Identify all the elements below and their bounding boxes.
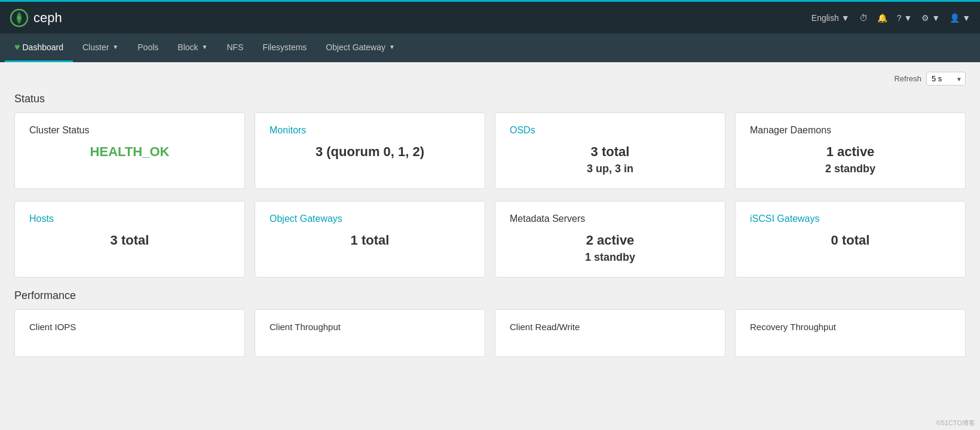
performance-section-title: Performance: [14, 289, 966, 302]
status-card-grid-row2: Hosts 3 total Object Gateways 1 total Me…: [14, 201, 966, 277]
card-recovery-throughput: Recovery Throughput: [735, 309, 966, 357]
card-title-osds[interactable]: OSDs: [510, 125, 710, 136]
block-caret-icon: ▼: [202, 44, 208, 50]
dashboard-icon: ♥: [14, 42, 20, 53]
card-client-iops: Client IOPS: [14, 309, 245, 357]
card-manager-daemons: Manager Daemons 1 active 2 standby: [735, 112, 966, 189]
card-value-metadata-active: 2 active: [510, 231, 710, 250]
language-caret: ▼: [841, 13, 850, 23]
status-section-title: Status: [14, 93, 966, 105]
card-title-client-read-write: Client Read/Write: [510, 322, 710, 332]
timer-icon-btn[interactable]: ⏱: [859, 13, 868, 23]
status-card-grid-row1: Cluster Status HEALTH_OK Monitors 3 (quo…: [14, 112, 966, 189]
menu-label-dashboard: Dashboard: [23, 42, 64, 52]
bell-icon-btn[interactable]: 🔔: [877, 13, 887, 23]
card-value-manager-standby: 2 standby: [750, 161, 951, 176]
card-value-cluster-status: HEALTH_OK: [29, 143, 230, 161]
card-value-monitors: 3 (quorum 0, 1, 2): [270, 143, 470, 161]
navbar: ceph English ▼ ⏱ 🔔 ? ▼ ⚙ ▼ 👤 ▼: [0, 0, 980, 33]
card-title-client-iops: Client IOPS: [29, 322, 230, 332]
card-title-monitors[interactable]: Monitors: [270, 125, 470, 136]
card-value-object-gateways: 1 total: [270, 231, 470, 250]
menubar: ♥ Dashboard Cluster ▼ Pools Block ▼ NFS …: [0, 33, 980, 62]
menu-item-block[interactable]: Block ▼: [168, 33, 217, 62]
card-osds: OSDs 3 total 3 up, 3 in: [495, 112, 725, 189]
card-value-metadata-standby: 1 standby: [510, 250, 710, 265]
menu-item-filesystems[interactable]: Filesystems: [253, 33, 316, 62]
user-icon-btn[interactable]: 👤 ▼: [950, 13, 970, 23]
menu-label-cluster: Cluster: [82, 42, 109, 52]
ceph-logo-icon: [10, 8, 29, 28]
settings-icon: ⚙: [921, 13, 929, 23]
card-hosts: Hosts 3 total: [14, 201, 245, 277]
performance-card-grid: Client IOPS Client Throughput Client Rea…: [14, 309, 966, 357]
card-cluster-status: Cluster Status HEALTH_OK: [14, 112, 245, 189]
card-title-hosts[interactable]: Hosts: [29, 214, 230, 224]
settings-icon-btn[interactable]: ⚙ ▼: [921, 13, 940, 23]
card-monitors: Monitors 3 (quorum 0, 1, 2): [255, 112, 485, 189]
navbar-left: ceph: [10, 8, 62, 28]
card-title-iscsi-gateways[interactable]: iSCSI Gateways: [750, 214, 951, 224]
bell-icon: 🔔: [877, 13, 887, 23]
help-icon: ?: [897, 13, 902, 23]
card-client-read-write: Client Read/Write: [495, 309, 725, 357]
language-selector[interactable]: English ▼: [811, 13, 850, 23]
navbar-right: English ▼ ⏱ 🔔 ? ▼ ⚙ ▼ 👤 ▼: [811, 13, 970, 23]
menu-label-object-gateway: Object Gateway: [326, 42, 385, 52]
timer-icon: ⏱: [859, 13, 868, 23]
user-icon: 👤: [950, 13, 960, 23]
card-title-recovery-throughput: Recovery Throughput: [750, 322, 951, 332]
card-title-cluster-status: Cluster Status: [29, 125, 230, 136]
card-title-client-throughput: Client Throughput: [270, 322, 470, 332]
card-value-osds-detail: 3 up, 3 in: [510, 161, 710, 176]
language-label: English: [811, 13, 839, 23]
help-caret: ▼: [904, 13, 912, 23]
refresh-bar: Refresh 1 s 2 s 5 s 10 s 30 s 1 min Off: [14, 72, 966, 86]
card-value-osds-total: 3 total: [510, 143, 710, 161]
menu-label-filesystems: Filesystems: [262, 42, 307, 52]
refresh-label: Refresh: [894, 74, 921, 83]
logo-text: ceph: [33, 10, 62, 26]
card-client-throughput: Client Throughput: [255, 309, 485, 357]
refresh-select-wrapper[interactable]: 1 s 2 s 5 s 10 s 30 s 1 min Off: [926, 72, 966, 86]
menu-item-pools[interactable]: Pools: [128, 33, 168, 62]
menu-label-nfs: NFS: [226, 42, 243, 52]
card-value-hosts: 3 total: [29, 231, 230, 250]
settings-caret: ▼: [932, 13, 940, 23]
menu-item-nfs[interactable]: NFS: [217, 33, 253, 62]
card-value-manager-active: 1 active: [750, 143, 951, 161]
object-gateway-caret-icon: ▼: [389, 44, 395, 50]
user-caret: ▼: [962, 13, 970, 23]
menu-item-object-gateway[interactable]: Object Gateway ▼: [316, 33, 405, 62]
card-title-object-gateways[interactable]: Object Gateways: [270, 214, 470, 224]
card-object-gateways: Object Gateways 1 total: [255, 201, 485, 277]
card-title-metadata-servers: Metadata Servers: [510, 214, 710, 224]
main-content: Refresh 1 s 2 s 5 s 10 s 30 s 1 min Off …: [0, 62, 980, 367]
cluster-caret-icon: ▼: [112, 44, 118, 50]
card-metadata-servers: Metadata Servers 2 active 1 standby: [495, 201, 725, 277]
help-icon-btn[interactable]: ? ▼: [897, 13, 912, 23]
refresh-select[interactable]: 1 s 2 s 5 s 10 s 30 s 1 min Off: [926, 72, 966, 86]
svg-point-1: [17, 16, 21, 20]
menu-item-cluster[interactable]: Cluster ▼: [73, 33, 128, 62]
card-value-iscsi-gateways: 0 total: [750, 231, 951, 250]
card-title-manager-daemons: Manager Daemons: [750, 125, 951, 136]
menu-label-pools: Pools: [137, 42, 158, 52]
menu-item-dashboard[interactable]: ♥ Dashboard: [5, 33, 73, 62]
card-iscsi-gateways: iSCSI Gateways 0 total: [735, 201, 966, 277]
menu-label-block: Block: [177, 42, 198, 52]
